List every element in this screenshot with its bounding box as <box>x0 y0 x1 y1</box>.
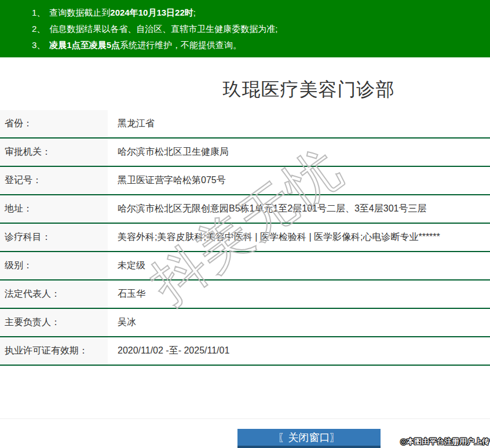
section-divider <box>0 418 490 419</box>
field-value: 黑龙江省 <box>108 110 490 137</box>
field-label: 地址： <box>0 195 108 223</box>
field-value: 哈尔滨市松北区无限创意园B5栋1单元1至2层101号二层、3至4层301号三层 <box>108 195 490 223</box>
field-label: 级别： <box>0 252 108 279</box>
notice-number: 1、 <box>32 8 45 17</box>
field-value: 黑卫医证营字哈松第075号 <box>108 167 490 194</box>
row-province: 省份： 黑龙江省 <box>0 110 490 139</box>
notice-line-1: 1、查询数据截止到2024年10月13日22时; <box>32 5 490 21</box>
row-address: 地址： 哈尔滨市松北区无限创意园B5栋1单元1至2层101号二层、3至4层301… <box>0 195 490 224</box>
notice-number: 2、 <box>32 24 45 34</box>
field-label: 主要负责人： <box>0 309 108 336</box>
notice-text-bold: 2024年10月13日22时 <box>110 8 193 17</box>
field-label: 省份： <box>0 110 108 137</box>
row-approval-authority: 审批机关： 哈尔滨市松北区卫生健康局 <box>0 139 490 167</box>
field-value: 石玉华 <box>108 281 490 308</box>
page-title: 玖琨医疗美容门诊部 <box>127 77 490 103</box>
row-person-in-charge: 主要负责人： 吴冰 <box>0 309 490 337</box>
notice-banner: 1、查询数据截止到2024年10月13日22时; 2、信息数据结果以各省、自治区… <box>0 0 490 57</box>
close-window-button[interactable]: 〖关闭窗口〗 <box>237 429 381 448</box>
notice-text: ; <box>193 8 196 17</box>
notice-line-3: 3、凌晨1点至凌晨5点系统进行维护，不能提供查询。 <box>32 37 490 53</box>
field-label: 登记号： <box>0 167 108 194</box>
notice-text: 信息数据结果以各省、自治区、直辖市卫生健康委数据为准; <box>49 24 277 34</box>
field-label: 诊疗科目： <box>0 224 108 251</box>
notice-text: 系统进行维护，不能提供查询。 <box>120 40 242 50</box>
notice-text-bold: 凌晨1点至凌晨5点 <box>49 40 120 50</box>
row-registration-number: 登记号： 黑卫医证营字哈松第075号 <box>0 167 490 195</box>
field-value: 哈尔滨市松北区卫生健康局 <box>108 139 490 166</box>
uploader-note: ◎本图由平台注册用户上传 <box>400 436 489 447</box>
info-table: 省份： 黑龙江省 审批机关： 哈尔滨市松北区卫生健康局 登记号： 黑卫医证营字哈… <box>0 110 490 366</box>
field-label: 执业许可证有效期： <box>0 337 108 365</box>
field-label: 法定代表人： <box>0 281 108 308</box>
row-legal-representative: 法定代表人： 石玉华 <box>0 281 490 309</box>
field-value: 美容外科;美容皮肤科;美容中医科 | 医学检验科 | 医学影像科;心电诊断专业*… <box>108 224 490 251</box>
field-label: 审批机关： <box>0 139 108 166</box>
license-query-page: 1、查询数据截止到2024年10月13日22时; 2、信息数据结果以各省、自治区… <box>0 0 490 448</box>
row-license-validity: 执业许可证有效期： 2020/11/02 -至- 2025/11/01 <box>0 337 490 366</box>
field-value: 2020/11/02 -至- 2025/11/01 <box>108 337 490 365</box>
row-level: 级别： 未定级 <box>0 252 490 281</box>
notice-text: 查询数据截止到 <box>49 8 110 17</box>
field-value: 未定级 <box>108 252 490 279</box>
notice-number: 3、 <box>32 40 45 50</box>
field-value: 吴冰 <box>108 309 490 336</box>
row-treatment-subjects: 诊疗科目： 美容外科;美容皮肤科;美容中医科 | 医学检验科 | 医学影像科;心… <box>0 224 490 252</box>
notice-line-2: 2、信息数据结果以各省、自治区、直辖市卫生健康委数据为准; <box>32 21 490 37</box>
